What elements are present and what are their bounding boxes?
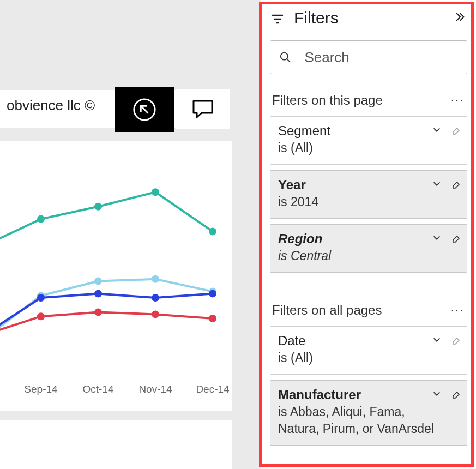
filter-card-manufacturer[interactable]: Manufacturer is Abbas, Aliqui, Fama, Nat… — [270, 380, 467, 446]
chevron-down-icon — [432, 389, 442, 399]
filter-card-date[interactable]: Date is (All) — [270, 326, 467, 375]
svg-point-4 — [94, 203, 102, 211]
report-canvas: obvience llc © Sep-14Oct-14Nov-14Dec-14 — [0, 0, 261, 469]
svg-point-21 — [209, 315, 216, 322]
svg-point-3 — [37, 215, 45, 223]
chevron-down-icon — [432, 179, 442, 189]
search-icon — [279, 50, 291, 64]
svg-point-18 — [37, 312, 45, 320]
section-label-page: Filters on this page — [272, 93, 450, 108]
eraser-icon — [449, 178, 460, 189]
svg-point-9 — [94, 278, 102, 285]
svg-text:Nov-14: Nov-14 — [138, 383, 172, 395]
section-head-page: Filters on this page ··· — [261, 82, 476, 113]
svg-point-10 — [152, 275, 159, 283]
filters-search[interactable] — [270, 40, 467, 74]
svg-point-6 — [209, 227, 216, 235]
filter-card-year[interactable]: Year is 2014 — [270, 170, 467, 219]
report-top-bar — [0, 0, 261, 86]
expand-filter-button[interactable] — [432, 233, 442, 245]
filters-search-input[interactable] — [303, 49, 458, 67]
section-page-more-button[interactable]: ··· — [450, 92, 465, 109]
svg-point-16 — [209, 290, 216, 297]
section-label-all: Filters on all pages — [272, 303, 450, 318]
expand-filter-button[interactable] — [432, 179, 442, 191]
svg-point-13 — [37, 294, 45, 302]
filter-value: is Central — [278, 248, 459, 264]
chevron-down-icon — [432, 233, 442, 243]
eraser-icon — [449, 388, 460, 399]
filter-value: is (All) — [278, 350, 459, 366]
svg-point-19 — [94, 309, 102, 316]
clear-filter-button[interactable] — [449, 334, 460, 347]
svg-point-20 — [152, 310, 159, 318]
eraser-icon — [449, 334, 460, 345]
filter-card-segment[interactable]: Segment is (All) — [270, 116, 467, 165]
section-all-more-button[interactable]: ··· — [450, 302, 465, 318]
svg-text:Dec-14: Dec-14 — [196, 383, 230, 395]
chevron-down-icon — [432, 125, 442, 135]
section-head-all: Filters on all pages ··· — [261, 292, 476, 323]
chevron-down-icon — [432, 335, 442, 345]
filter-card-region[interactable]: Region is Central — [270, 224, 467, 273]
eraser-icon — [449, 124, 460, 135]
expand-filter-button[interactable] — [432, 335, 442, 347]
clear-filter-button[interactable] — [449, 178, 460, 191]
filter-value: is 2014 — [278, 194, 459, 211]
filters-pane-header: Filters — [261, 0, 476, 36]
chevron-double-right-icon — [454, 11, 466, 23]
comment-button[interactable] — [176, 89, 230, 129]
report-card-below — [0, 420, 232, 469]
svg-text:Oct-14: Oct-14 — [82, 383, 113, 395]
arrow-up-left-circle-icon — [132, 97, 157, 122]
svg-point-5 — [152, 188, 159, 196]
line-chart[interactable]: Sep-14Oct-14Nov-14Dec-14 — [0, 141, 232, 411]
line-chart-plot: Sep-14Oct-14Nov-14Dec-14 — [0, 141, 232, 411]
expand-filter-button[interactable] — [432, 125, 442, 137]
svg-text:Sep-14: Sep-14 — [24, 383, 58, 395]
drill-up-button[interactable] — [115, 87, 174, 132]
filter-icon — [271, 13, 284, 26]
clear-filter-button[interactable] — [449, 388, 460, 401]
svg-point-15 — [152, 294, 159, 302]
collapse-pane-button[interactable] — [454, 11, 466, 25]
comment-icon — [192, 99, 214, 119]
filters-pane: Filters Filters on this page ··· Segment… — [261, 0, 476, 469]
attribution-text: obvience llc © — [7, 97, 95, 114]
filters-pane-title: Filters — [294, 9, 454, 27]
svg-point-14 — [94, 290, 102, 297]
clear-filter-button[interactable] — [449, 232, 460, 245]
filter-value: is (All) — [278, 140, 459, 157]
clear-filter-button[interactable] — [449, 124, 460, 137]
eraser-icon — [449, 232, 460, 243]
expand-filter-button[interactable] — [432, 389, 442, 401]
filter-value: is Abbas, Aliqui, Fama, Natura, Pirum, o… — [278, 404, 459, 437]
